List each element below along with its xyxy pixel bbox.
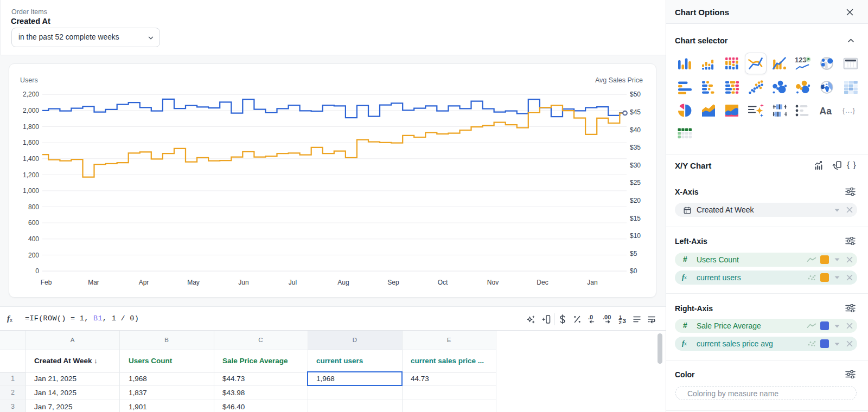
svg-text:1,600: 1,600 <box>23 139 39 146</box>
svg-text:3: 3 <box>623 318 626 324</box>
svg-text:Sep: Sep <box>387 279 399 286</box>
svg-text:800: 800 <box>28 203 39 211</box>
svg-text:Jun: Jun <box>238 279 248 286</box>
svg-text:Nov: Nov <box>487 279 499 286</box>
svg-text:Aa: Aa <box>819 106 832 117</box>
svg-text:{...}: {...} <box>843 107 856 114</box>
svg-text:1,800: 1,800 <box>23 123 39 131</box>
svg-text:200: 200 <box>28 252 39 259</box>
svg-text:Jan: Jan <box>587 279 597 286</box>
svg-text:Mar: Mar <box>88 279 99 286</box>
svg-text:123: 123 <box>795 56 807 64</box>
svg-text:Oct: Oct <box>438 279 448 286</box>
svg-text:$45: $45 <box>630 108 641 116</box>
svg-text:Apr: Apr <box>139 279 149 286</box>
svg-text:Users: Users <box>20 76 38 84</box>
svg-text:$25: $25 <box>630 179 641 186</box>
svg-text:0: 0 <box>35 267 39 275</box>
svg-text:$5: $5 <box>630 250 637 258</box>
svg-text:$30: $30 <box>630 162 641 169</box>
svg-text:Dec: Dec <box>537 279 548 286</box>
svg-text:$10: $10 <box>630 232 641 240</box>
svg-text:$50: $50 <box>630 91 641 98</box>
svg-text:$40: $40 <box>630 126 641 134</box>
svg-text:$0: $0 <box>630 267 637 275</box>
svg-text:Aug: Aug <box>337 279 349 286</box>
svg-text:$15: $15 <box>630 215 641 222</box>
svg-text:1,400: 1,400 <box>23 155 39 163</box>
svg-text:Avg Sales Price: Avg Sales Price <box>595 76 643 84</box>
svg-text:.0: .0 <box>588 314 593 320</box>
svg-text:May: May <box>187 279 200 286</box>
svg-text:Feb: Feb <box>41 279 52 286</box>
svg-text:600: 600 <box>28 219 39 227</box>
svg-text:1,200: 1,200 <box>23 171 39 179</box>
svg-text:$35: $35 <box>630 144 641 151</box>
svg-text:2: 2 <box>619 319 622 325</box>
svg-text:1,000: 1,000 <box>23 187 39 195</box>
svg-text:400: 400 <box>28 235 39 243</box>
svg-text:2,000: 2,000 <box>23 107 39 114</box>
svg-text:.00: .00 <box>603 314 611 320</box>
svg-text:Jul: Jul <box>289 279 297 286</box>
svg-text:$20: $20 <box>630 197 641 204</box>
svg-text:2,200: 2,200 <box>23 91 39 98</box>
